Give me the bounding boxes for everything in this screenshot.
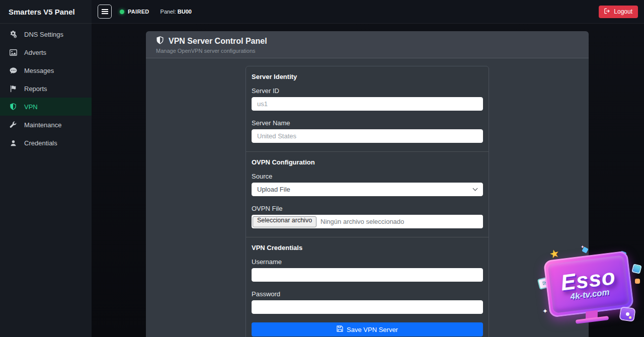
image-icon: [9, 49, 18, 56]
sidebar: Smarters V5 Panel DNS Settings Adverts M…: [0, 0, 92, 337]
save-button-label: Save VPN Server: [347, 326, 398, 333]
sidebar-item-label: Adverts: [24, 49, 46, 56]
gears-icon: [9, 30, 18, 38]
ovpn-file-input[interactable]: Seleccionar archivo Ningún archivo selec…: [252, 215, 483, 228]
sidebar-item-maintenance[interactable]: Maintenance: [0, 116, 92, 134]
server-name-input[interactable]: [252, 129, 483, 143]
sidebar-item-dns-settings[interactable]: DNS Settings: [0, 25, 92, 43]
section-title-credentials: VPN Credentials: [252, 244, 483, 251]
save-vpn-server-button[interactable]: Save VPN Server: [252, 322, 483, 336]
sidebar-item-label: Reports: [24, 85, 47, 93]
section-divider: [246, 151, 489, 152]
source-select-wrap: Upload File: [252, 183, 483, 205]
shield-icon: [9, 103, 18, 110]
sidebar-toggle-button[interactable]: [98, 5, 112, 19]
sidebar-item-label: VPN: [24, 103, 38, 111]
sidebar-item-messages[interactable]: Messages: [0, 61, 92, 79]
photo-icon: [619, 306, 635, 322]
shield-header-icon: [156, 36, 164, 46]
wrench-icon: [9, 121, 18, 128]
source-label: Source: [252, 173, 483, 180]
card-body: Server Identity Server ID Server Name OV…: [146, 58, 589, 337]
sidebar-nav: DNS Settings Adverts Messages Reports VP: [0, 24, 92, 152]
watermark-screen: Esso 4k-tv.com: [548, 255, 630, 313]
dot-icon: [635, 279, 640, 284]
vpn-panel-card: VPN Server Control Panel Manage OpenVPN …: [146, 31, 589, 337]
sidebar-item-label: Messages: [24, 67, 54, 74]
sidebar-item-label: DNS Settings: [24, 31, 63, 38]
sidebar-item-adverts[interactable]: Adverts: [0, 43, 92, 61]
card-header: VPN Server Control Panel Manage OpenVPN …: [146, 31, 589, 58]
topbar: PAIRED Panel:BU00 Logout: [92, 0, 644, 24]
logout-icon: [604, 8, 611, 16]
server-id-input[interactable]: [252, 97, 483, 111]
sidebar-item-vpn[interactable]: VPN: [0, 98, 92, 116]
source-select[interactable]: Upload File: [252, 183, 483, 196]
user-icon: [9, 140, 18, 146]
pairing-status: PAIRED: [120, 9, 149, 15]
ovpn-file-label: OVPN File: [252, 205, 483, 212]
status-dot-icon: [120, 10, 124, 14]
server-name-label: Server Name: [252, 119, 483, 127]
vpn-server-form: Server Identity Server ID Server Name OV…: [246, 66, 489, 337]
panel-value: BU00: [178, 9, 192, 15]
password-input[interactable]: [252, 300, 483, 314]
sidebar-item-reports[interactable]: Reports: [0, 79, 92, 98]
username-input[interactable]: [252, 268, 483, 282]
section-divider: [246, 237, 489, 237]
logout-button[interactable]: Logout: [599, 6, 638, 18]
sidebar-item-label: Maintenance: [24, 121, 61, 129]
app-title: Smarters V5 Panel: [0, 0, 92, 24]
hamburger-icon: [102, 9, 108, 14]
page-title: VPN Server Control Panel: [169, 37, 267, 46]
sidebar-item-credentials[interactable]: Credentials: [0, 134, 92, 152]
section-title-identity: Server Identity: [252, 73, 483, 80]
status-text: PAIRED: [128, 9, 149, 15]
file-browse-button[interactable]: Seleccionar archivo: [253, 216, 316, 227]
comment-icon: [9, 67, 18, 74]
panel-label: Panel:: [160, 9, 176, 15]
file-status-text: Ningún archivo seleccionado: [320, 218, 404, 225]
section-title-ovpn: OVPN Configuration: [252, 158, 483, 166]
page-subtitle: Manage OpenVPN server configurations: [156, 48, 579, 54]
panel-info: Panel:BU00: [160, 9, 192, 15]
flag-icon: [9, 85, 18, 93]
password-label: Password: [252, 290, 483, 298]
cube-icon: [631, 264, 642, 274]
save-icon: [337, 325, 343, 333]
sidebar-item-label: Credentials: [24, 139, 57, 147]
server-id-label: Server ID: [252, 87, 483, 95]
sparkle-icon: ✦: [542, 307, 548, 315]
logout-label: Logout: [614, 8, 632, 15]
watermark-logo: ★ ✦ ✉ Esso 4k-tv.com ✦: [538, 246, 641, 329]
username-label: Username: [252, 258, 483, 266]
watermark-tv: Esso 4k-tv.com: [543, 250, 634, 318]
